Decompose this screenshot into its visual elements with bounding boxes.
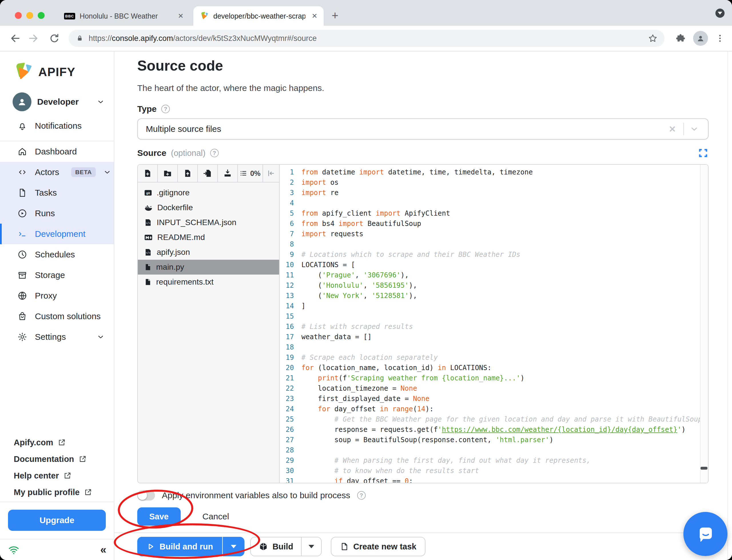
- sidebar-item-proxy[interactable]: Proxy: [0, 285, 114, 306]
- account-switcher[interactable]: Developer: [0, 84, 114, 112]
- cancel-button[interactable]: Cancel: [203, 512, 229, 521]
- code-line[interactable]: 20for (location_name, location_id) in LO…: [280, 363, 708, 373]
- reload-button[interactable]: [47, 31, 61, 45]
- minimize-window-button[interactable]: [26, 12, 33, 19]
- code-line[interactable]: 11 ('Prague', '3067696'),: [280, 270, 708, 280]
- code-line[interactable]: 30 # to know when do the results start: [280, 466, 708, 476]
- upgrade-button[interactable]: Upgrade: [8, 510, 106, 531]
- help-icon[interactable]: ?: [357, 491, 366, 500]
- file-item-main-py[interactable]: main.py: [138, 260, 279, 275]
- code-line[interactable]: 23 first_displayed_date = None: [280, 394, 708, 404]
- sidebar-item-notifications[interactable]: Notifications: [0, 116, 114, 136]
- zoom-window-button[interactable]: [38, 12, 45, 19]
- code-line[interactable]: 21 print(f'Scraping weather from {locati…: [280, 373, 708, 383]
- fullscreen-expand-icon[interactable]: [698, 148, 709, 158]
- build-dropdown-button[interactable]: [302, 537, 321, 556]
- tab-bbc-weather[interactable]: BBC Honolulu - BBC Weather ✕: [57, 6, 190, 26]
- bookmark-star-icon[interactable]: [646, 33, 660, 43]
- close-tab-icon[interactable]: ✕: [176, 11, 185, 21]
- build-and-run-dropdown-button[interactable]: [223, 537, 245, 556]
- file-item-requirements-txt[interactable]: requirements.txt: [138, 275, 279, 289]
- code-line[interactable]: 17weather_data = []: [280, 332, 708, 342]
- code-line[interactable]: 1from datetime import datetime, time, ti…: [280, 167, 708, 177]
- apify-logo[interactable]: APIFY: [0, 51, 114, 84]
- import-files-button[interactable]: [198, 165, 218, 182]
- sidebar-item-dashboard[interactable]: Dashboard: [0, 141, 114, 162]
- page-scrollbar[interactable]: [727, 51, 732, 560]
- sidebar-item-custom-solutions[interactable]: Custom solutions: [0, 306, 114, 327]
- close-window-button[interactable]: [15, 12, 22, 19]
- code-line[interactable]: 22 location_timezone = None: [280, 383, 708, 394]
- zoom-indicator[interactable]: 0%: [238, 165, 263, 182]
- code-editor[interactable]: 1from datetime import datetime, time, ti…: [280, 165, 708, 483]
- build-button[interactable]: Build: [251, 537, 302, 556]
- collapse-sidebar-button[interactable]: «: [100, 544, 106, 555]
- code-line[interactable]: 3import re: [280, 188, 708, 198]
- browser-menu-icon[interactable]: [715, 34, 725, 43]
- code-line[interactable]: 18: [280, 342, 708, 352]
- chevron-down-icon[interactable]: [684, 124, 705, 134]
- forward-button[interactable]: [27, 31, 41, 45]
- sidebar-item-tasks[interactable]: Tasks: [0, 182, 114, 203]
- sidebar-item-schedules[interactable]: Schedules: [0, 244, 114, 265]
- env-vars-toggle[interactable]: [137, 490, 155, 501]
- code-line[interactable]: 29 # When parsing the first day, find ou…: [280, 455, 708, 466]
- tab-search-button[interactable]: [715, 9, 725, 18]
- save-button[interactable]: Save: [137, 507, 181, 526]
- code-line[interactable]: 16# List with scraped results: [280, 321, 708, 332]
- browser-profile-avatar[interactable]: [693, 31, 708, 46]
- code-line[interactable]: 8: [280, 239, 708, 249]
- code-line[interactable]: 12 ('Honolulu', '5856195'),: [280, 280, 708, 291]
- new-file-button[interactable]: [138, 165, 158, 182]
- help-icon[interactable]: ?: [210, 149, 219, 157]
- address-bar[interactable]: https://console.apify.com/actors/dev/k5t…: [69, 30, 664, 47]
- collapse-file-panel-button[interactable]: [263, 165, 279, 182]
- sidebar-item-storage[interactable]: Storage: [0, 265, 114, 285]
- help-icon[interactable]: ?: [161, 105, 170, 113]
- code-line[interactable]: 7import requests: [280, 229, 708, 239]
- code-line[interactable]: 4: [280, 198, 708, 208]
- new-folder-button[interactable]: [158, 165, 178, 182]
- type-select[interactable]: Multiple source files ✕: [137, 118, 709, 140]
- tab-apify-console[interactable]: developer/bbc-weather-scrape ✕: [193, 6, 324, 26]
- file-item--gitignore[interactable]: git.gitignore: [138, 185, 279, 200]
- scrollbar-thumb[interactable]: [701, 467, 707, 470]
- sidebar-link-apify-com[interactable]: Apify.com: [14, 434, 114, 451]
- code-line[interactable]: 24 for day_offset in range(14):: [280, 404, 708, 414]
- create-new-task-button[interactable]: Create new task: [331, 537, 425, 556]
- code-line[interactable]: 14]: [280, 301, 708, 311]
- code-line[interactable]: 27 soup = BeautifulSoup(response.content…: [280, 435, 708, 445]
- code-line[interactable]: 6from bs4 import BeautifulSoup: [280, 219, 708, 229]
- back-button[interactable]: [7, 31, 21, 45]
- file-item-readme-md[interactable]: README.md: [138, 230, 279, 245]
- code-line[interactable]: 13 ('New York', '5128581'),: [280, 291, 708, 301]
- sidebar-item-runs[interactable]: Runs: [0, 203, 114, 224]
- code-line[interactable]: 19# Scrape each location separately: [280, 352, 708, 363]
- clear-icon[interactable]: ✕: [661, 124, 683, 134]
- code-line[interactable]: 9# Locations which to scrape and their B…: [280, 249, 708, 260]
- code-line[interactable]: 15: [280, 311, 708, 321]
- code-line[interactable]: 10LOCATIONS = [: [280, 260, 708, 270]
- code-line[interactable]: 2import os: [280, 177, 708, 188]
- sidebar-link-my-public-profile[interactable]: My public profile: [14, 484, 114, 501]
- close-tab-icon[interactable]: ✕: [310, 11, 319, 21]
- code-line[interactable]: 28: [280, 445, 708, 455]
- file-item-apify-json[interactable]: </>apify.json: [138, 245, 279, 260]
- download-files-button[interactable]: [218, 165, 238, 182]
- sidebar-item-settings[interactable]: Settings: [0, 327, 114, 347]
- editor-scrollbar[interactable]: [700, 165, 708, 483]
- sidebar-item-actors[interactable]: ActorsBETA: [0, 162, 114, 182]
- sidebar-link-help-center[interactable]: Help center: [14, 467, 114, 484]
- upload-file-button[interactable]: [178, 165, 198, 182]
- file-item-input-schema-json[interactable]: </>INPUT_SCHEMA.json: [138, 215, 279, 230]
- code-line[interactable]: 26 response = requests.get(f'https://www…: [280, 424, 708, 435]
- code-line[interactable]: 31 if day_offset == 0:: [280, 476, 708, 483]
- extensions-puzzle-icon[interactable]: [675, 33, 686, 43]
- sidebar-item-development[interactable]: Development: [0, 224, 114, 244]
- intercom-chat-button[interactable]: [683, 512, 727, 556]
- sidebar-link-documentation[interactable]: Documentation: [14, 451, 114, 467]
- code-line[interactable]: 5from apify_client import ApifyClient: [280, 208, 708, 219]
- new-tab-button[interactable]: +: [332, 10, 338, 21]
- build-and-run-button[interactable]: Build and run: [137, 537, 223, 556]
- file-item-dockerfile[interactable]: Dockerfile: [138, 200, 279, 215]
